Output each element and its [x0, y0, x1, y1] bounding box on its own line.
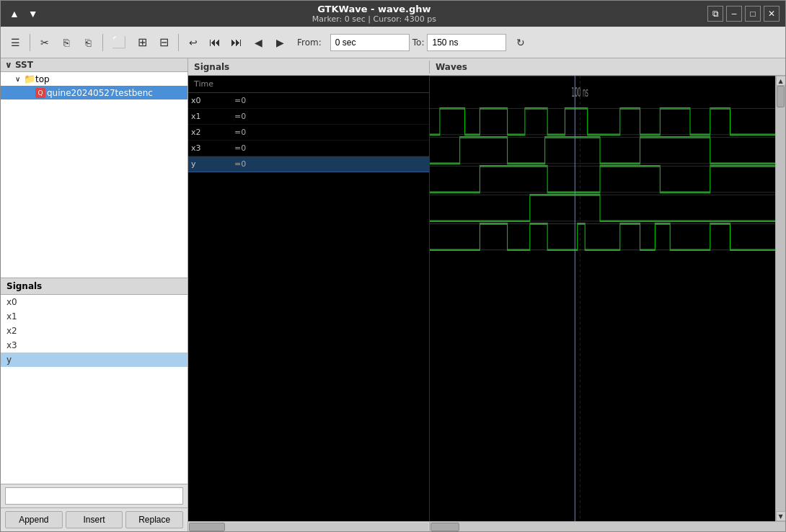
vertical-scrollbar[interactable]: ▲ ▼ — [775, 76, 785, 521]
left-panel: ∨ SST ∨ 📁 top — [1, 58, 188, 531]
titlebar: ▲ ▼ GTKWave - wave.ghw Marker: 0 sec | C… — [1, 1, 785, 27]
close-button[interactable]: ✕ — [764, 6, 780, 22]
wave-empty-space — [188, 172, 429, 521]
folder-icon-top: 📁 — [24, 74, 35, 84]
right-panel: Signals Waves Time x0 =0 x — [188, 58, 785, 531]
sst-section: ∨ SST ∨ 📁 top — [1, 58, 187, 278]
vscroll-up[interactable]: ▲ — [776, 76, 786, 86]
from-input[interactable] — [330, 34, 410, 51]
wave-name-x3: x3 — [191, 143, 234, 153]
sst-toggle[interactable]: ∨ — [5, 60, 12, 70]
to-label: To: — [412, 37, 425, 48]
vscroll-thumb[interactable] — [777, 86, 785, 107]
wave-name-x0: x0 — [191, 96, 234, 105]
undo-button[interactable]: ↩ — [183, 31, 203, 54]
paste-button[interactable]: ⎗ — [78, 31, 98, 54]
wave-val-x0: =0 — [234, 96, 246, 105]
time-header-row: Time — [188, 76, 429, 93]
vscroll-down[interactable]: ▼ — [776, 511, 786, 521]
signals-section: Signals x0 x1 x2 x3 y 🔍 Append Insert — [1, 278, 187, 531]
separator-1 — [30, 34, 30, 51]
titlebar-controls: ⧉ – □ ✕ — [707, 6, 780, 22]
from-to-group: From: To: — [297, 34, 506, 51]
up-button[interactable]: ▲ — [6, 6, 22, 21]
bottom-buttons: Append Insert Replace — [1, 507, 187, 531]
waves-header-row: Signals Waves — [188, 58, 785, 76]
toolbar: ☰ ✂ ⎘ ⎗ ⬜ ⊞ ⊟ ↩ ⏮ ⏭ ◀ ▶ From: To: ↻ — [1, 27, 785, 58]
next-button[interactable]: ▶ — [270, 31, 290, 54]
signals-list[interactable]: x0 x1 x2 x3 y — [1, 295, 187, 484]
wave-row-y: y =0 — [188, 156, 429, 172]
wave-row-x2: x2 =0 — [188, 125, 429, 141]
zoom-fit-button[interactable]: ⊞ — [132, 31, 152, 54]
toggle-top[interactable]: ∨ — [15, 75, 24, 83]
signal-item-x2[interactable]: x2 — [1, 324, 187, 338]
vscroll-track[interactable] — [776, 86, 785, 511]
waveform-col[interactable]: 100 ns — [430, 76, 775, 521]
signal-item-x1[interactable]: x1 — [1, 309, 187, 324]
from-label: From: — [297, 37, 322, 48]
signal-item-y[interactable]: y — [1, 353, 187, 367]
minimize-button[interactable]: – — [726, 6, 742, 22]
separator-2 — [102, 34, 103, 51]
time-col-label: Time — [191, 79, 213, 89]
first-button[interactable]: ⏮ — [205, 31, 225, 54]
wave-row-x1: x1 =0 — [188, 109, 429, 125]
wave-name-y: y — [191, 159, 234, 169]
wave-name-x2: x2 — [191, 128, 234, 137]
hscroll-thumb-left[interactable] — [189, 523, 225, 531]
wave-val-x3: =0 — [234, 143, 246, 153]
tree-item-top[interactable]: ∨ 📁 top — [1, 72, 187, 86]
signals-panel-header: Signals — [1, 278, 187, 295]
select-all-button[interactable]: ⬜ — [107, 31, 131, 54]
wave-area: Time x0 =0 x1 =0 x2 =0 — [188, 76, 785, 521]
separator-3 — [178, 34, 179, 51]
signal-names-col: Time x0 =0 x1 =0 x2 =0 — [188, 76, 430, 521]
restore-button[interactable]: ⧉ — [707, 6, 723, 22]
wave-val-x2: =0 — [234, 128, 246, 137]
append-button[interactable]: Append — [5, 511, 63, 528]
search-input[interactable] — [5, 487, 183, 505]
signal-item-x3[interactable]: x3 — [1, 338, 187, 353]
waveform-svg: 100 ns — [430, 76, 775, 521]
zoom-range-button[interactable]: ⊟ — [154, 31, 174, 54]
wave-row-x3: x3 =0 — [188, 141, 429, 156]
to-input[interactable] — [427, 34, 506, 51]
titlebar-left: ▲ ▼ — [6, 6, 41, 21]
reload-button[interactable]: ↻ — [511, 31, 531, 54]
last-button[interactable]: ⏭ — [226, 31, 247, 54]
tree-label-quine: quine20240527testbenc — [47, 88, 153, 98]
insert-button[interactable]: Insert — [66, 511, 123, 528]
menu-button[interactable]: ☰ — [5, 31, 25, 54]
sst-header: ∨ SST — [1, 58, 187, 72]
replace-button[interactable]: Replace — [125, 511, 183, 528]
down-button[interactable]: ▼ — [25, 6, 41, 21]
window-title: GTKWave - wave.ghw — [317, 4, 430, 14]
titlebar-center: GTKWave - wave.ghw Marker: 0 sec | Curso… — [312, 4, 436, 24]
module-icon-quine: Q — [35, 87, 47, 98]
search-bar: 🔍 — [1, 484, 187, 507]
window-subtitle: Marker: 0 sec | Cursor: 4300 ps — [312, 14, 436, 24]
toggle-quine — [27, 89, 35, 97]
main-window: ▲ ▼ GTKWave - wave.ghw Marker: 0 sec | C… — [0, 0, 786, 532]
search-wrap: 🔍 — [5, 487, 183, 505]
hscroll-thumb-right[interactable] — [430, 523, 459, 531]
cut-button[interactable]: ✂ — [35, 31, 55, 54]
copy-button[interactable]: ⎘ — [56, 31, 76, 54]
waves-col-header: Waves — [430, 61, 785, 74]
tree-item-quine[interactable]: Q quine20240527testbenc — [1, 86, 187, 99]
scrollbar-left — [188, 522, 430, 531]
main-content: ∨ SST ∨ 📁 top — [1, 58, 785, 531]
signal-item-x0[interactable]: x0 — [1, 295, 187, 309]
maximize-button[interactable]: □ — [745, 6, 761, 22]
signals-col-header: Signals — [188, 61, 430, 74]
sst-label: SST — [15, 60, 33, 70]
wave-val-y: =0 — [234, 159, 246, 169]
tree-label-top: top — [35, 74, 50, 84]
scrollbar-row — [188, 521, 785, 531]
sst-tree[interactable]: ∨ 📁 top Q quine20240527testbenc — [1, 72, 187, 278]
prev-button[interactable]: ◀ — [248, 31, 268, 54]
wave-row-x0: x0 =0 — [188, 93, 429, 109]
wave-val-x1: =0 — [234, 112, 246, 121]
scrollbar-right[interactable] — [430, 522, 785, 531]
